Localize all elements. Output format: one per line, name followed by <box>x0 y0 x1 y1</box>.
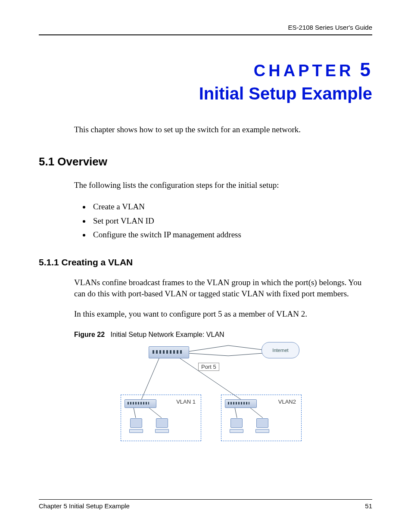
vlan1-label: VLAN 1 <box>176 398 196 405</box>
main-switch-icon <box>149 346 189 358</box>
sub-switch-icon <box>125 399 156 408</box>
internet-cloud-icon: Internet <box>262 342 299 358</box>
vlan1-group-box: VLAN 1 <box>121 395 201 441</box>
footer-page-number: 51 <box>365 502 372 510</box>
sub-switch-icon <box>225 399 257 408</box>
chapter-label: CHAPTER <box>254 62 354 80</box>
vlan2-label: VLAN2 <box>278 398 296 405</box>
vlan-example-paragraph: In this example, you want to configure p… <box>74 308 372 320</box>
computer-icon <box>155 418 169 436</box>
page-container: ES-2108 Series User's Guide CHAPTER 5 In… <box>0 0 411 532</box>
list-item: Create a VLAN <box>90 200 372 214</box>
figure-number: Figure 22 <box>74 331 105 338</box>
chapter-heading-block: CHAPTER 5 Initial Setup Example <box>39 59 372 103</box>
port-label: Port 5 <box>198 363 219 371</box>
footer-chapter-ref: Chapter 5 Initial Setup Example <box>39 502 130 510</box>
list-item: Set port VLAN ID <box>90 214 372 228</box>
overview-paragraph: The following lists the configuration st… <box>74 180 372 191</box>
computer-icon <box>129 418 143 436</box>
page-footer: Chapter 5 Initial Setup Example 51 <box>39 499 372 510</box>
svg-line-0 <box>141 358 159 400</box>
figure-title: Initial Setup Network Example: VLAN <box>110 331 224 338</box>
chapter-number: 5 <box>360 59 372 80</box>
subsection-heading-creating-vlan: 5.1.1 Creating a VLAN <box>39 257 372 268</box>
vlan2-group-box: VLAN2 <box>221 395 302 441</box>
list-item: Configure the switch IP management addre… <box>90 228 372 242</box>
running-header: ES-2108 Series User's Guide <box>39 24 372 35</box>
config-steps-list: Create a VLAN Set port VLAN ID Configure… <box>82 200 372 242</box>
figure-caption: Figure 22 Initial Setup Network Example:… <box>74 331 372 339</box>
computer-icon <box>229 418 244 436</box>
section-heading-overview: 5.1 Overview <box>39 155 372 168</box>
chapter-title: Initial Setup Example <box>39 84 372 103</box>
computer-icon <box>255 418 270 436</box>
vlan-description-paragraph: VLANs confine broadcast frames to the VL… <box>74 277 372 299</box>
network-diagram: Internet Port 5 VLAN 1 VLAN2 <box>121 342 302 441</box>
chapter-intro-paragraph: This chapter shows how to set up the swi… <box>74 124 372 135</box>
